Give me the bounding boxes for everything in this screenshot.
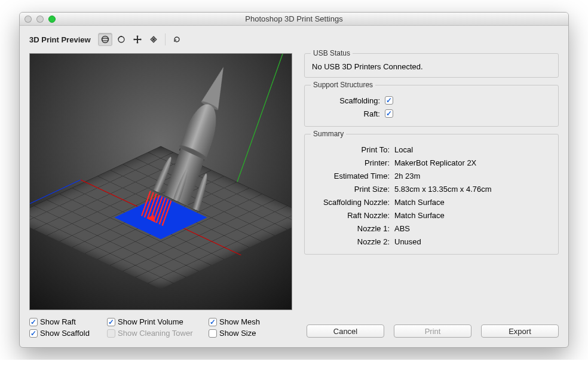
summary-group: Summary Print To:Local Printer:MakerBot …: [304, 134, 559, 255]
checkbox-label: Show Mesh: [219, 317, 260, 326]
svg-point-1: [102, 38, 108, 41]
3d-preview-viewport[interactable]: [29, 53, 292, 310]
checkbox-label: Show Scaffold: [40, 329, 90, 338]
show-raft-checkbox[interactable]: Show Raft: [29, 317, 107, 326]
roll-tool-button[interactable]: [114, 33, 128, 46]
summary-label: Nozzle 2:: [312, 237, 390, 246]
summary-label: Nozzle 1:: [312, 224, 390, 233]
window-controls: [20, 16, 56, 23]
summary-value: ABS: [394, 224, 551, 233]
show-cleaning-tower-checkbox: Show Cleaning Tower: [107, 329, 209, 338]
summary-value: 5.83cm x 13.35cm x 4.76cm: [394, 185, 551, 194]
checkbox-label: Show Size: [219, 329, 256, 338]
summary-label: Printer:: [312, 158, 390, 167]
roll-icon: [117, 35, 126, 44]
summary-label: Raft Nozzle:: [312, 211, 390, 220]
summary-value: Match Surface: [394, 211, 551, 220]
usb-status-text: No USB 3D Printers Connected.: [312, 62, 551, 71]
show-print-volume-checkbox[interactable]: Show Print Volume: [107, 317, 209, 326]
toolbar: 3D Print Preview: [29, 32, 559, 50]
summary-value: MakerBot Replicator 2X: [394, 158, 551, 167]
show-mesh-checkbox[interactable]: Show Mesh: [209, 317, 280, 326]
zoom-icon[interactable]: [48, 16, 56, 23]
summary-value: Unused: [394, 237, 551, 246]
group-title: Support Structures: [311, 81, 375, 89]
group-title: Summary: [311, 130, 346, 138]
reset-view-button[interactable]: [170, 33, 184, 46]
usb-status-group: USB Status No USB 3D Printers Connected.: [304, 53, 559, 78]
cancel-button[interactable]: Cancel: [307, 324, 384, 338]
titlebar: Photoshop 3D Print Settings: [20, 13, 568, 26]
toolbar-label: 3D Print Preview: [29, 35, 91, 44]
toolbar-separator: [165, 33, 166, 45]
checkbox-disabled-icon: [107, 329, 115, 338]
export-button[interactable]: Export: [481, 324, 559, 338]
scaffolding-checkbox[interactable]: [385, 96, 393, 105]
checkbox-label: Show Cleaning Tower: [118, 329, 193, 338]
raft-checkbox[interactable]: [385, 109, 393, 118]
summary-label: Scaffolding Nozzle:: [312, 198, 390, 207]
orbit-tool-button[interactable]: [98, 33, 112, 46]
summary-label: Print Size:: [312, 185, 390, 194]
checkbox-label: Show Raft: [40, 317, 76, 326]
window-title: Photoshop 3D Print Settings: [20, 14, 568, 23]
scaffolding-label: Scaffolding:: [312, 96, 380, 105]
summary-value: 2h 23m: [394, 172, 551, 180]
checkbox-checked-icon: [107, 318, 115, 326]
checkbox-unchecked-icon: [209, 329, 217, 338]
z-axis-indicator: [29, 180, 81, 256]
slide-tool-button[interactable]: [146, 33, 161, 46]
pan-tool-button[interactable]: [130, 33, 145, 46]
checkbox-checked-icon: [29, 329, 38, 338]
show-size-checkbox[interactable]: Show Size: [209, 329, 280, 338]
svg-point-0: [102, 36, 108, 43]
support-structures-group: Support Structures Scaffolding: Raft:: [304, 85, 559, 127]
group-title: USB Status: [311, 49, 353, 57]
minimize-icon[interactable]: [36, 16, 44, 23]
orbit-icon: [100, 35, 110, 44]
dialog-window: Photoshop 3D Print Settings 3D Print Pre…: [19, 12, 569, 348]
checkbox-label: Show Print Volume: [118, 317, 183, 326]
summary-label: Print To:: [312, 145, 390, 154]
close-icon[interactable]: [24, 16, 32, 23]
summary-value: Match Surface: [394, 198, 551, 207]
summary-value: Local: [394, 145, 551, 154]
checkbox-checked-icon: [29, 318, 38, 326]
pan-icon: [133, 35, 142, 44]
summary-label: Estimated Time:: [312, 172, 390, 180]
show-scaffold-checkbox[interactable]: Show Scaffold: [29, 329, 107, 338]
slide-icon: [149, 35, 158, 44]
checkbox-checked-icon: [209, 318, 217, 326]
reset-icon: [172, 35, 182, 44]
raft-label: Raft:: [312, 109, 380, 118]
print-button: Print: [394, 324, 471, 338]
svg-point-4: [152, 39, 154, 41]
